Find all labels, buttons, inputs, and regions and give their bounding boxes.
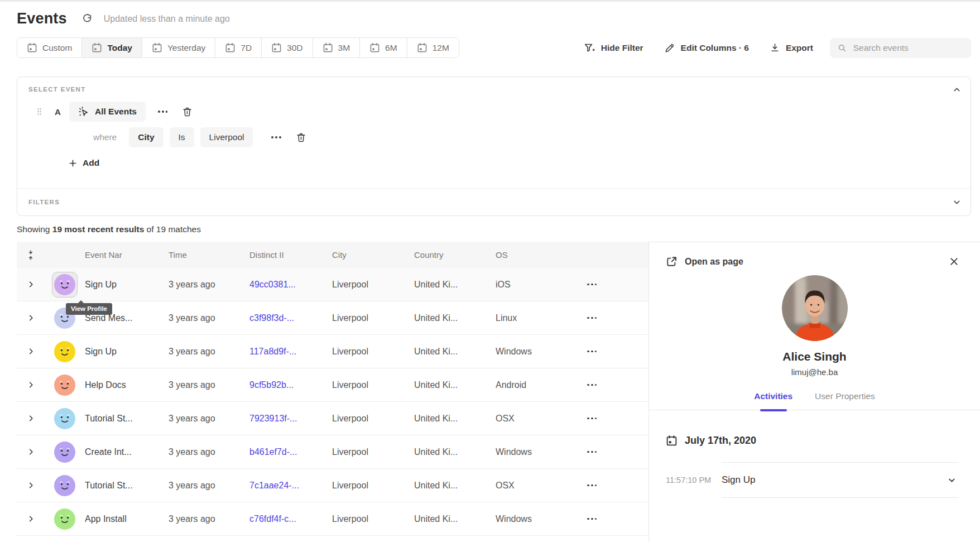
- user-avatar[interactable]: [54, 274, 75, 295]
- filters-section[interactable]: FILTERS: [17, 188, 971, 215]
- row-expand-button[interactable]: [27, 515, 35, 523]
- profile-tab-activities[interactable]: Activities: [753, 391, 794, 410]
- calendar-icon: [271, 42, 282, 53]
- distinct-id-link[interactable]: 7c1aae24-...: [249, 481, 332, 491]
- search-input[interactable]: [853, 43, 963, 53]
- row-expand-button[interactable]: [27, 481, 35, 490]
- filter-property-chip[interactable]: City: [129, 127, 163, 147]
- distinct-id-link[interactable]: 49cc0381...: [249, 280, 332, 290]
- user-avatar[interactable]: [54, 475, 75, 496]
- event-delete-button[interactable]: [182, 107, 193, 117]
- user-avatar[interactable]: [54, 408, 75, 429]
- drag-handle[interactable]: [36, 107, 42, 116]
- chevron-right-icon: [27, 414, 35, 423]
- calendar-icon: [369, 42, 380, 53]
- row-more-button[interactable]: [584, 314, 600, 323]
- edit-columns-button[interactable]: Edit Columns · 6: [665, 43, 749, 53]
- date-range-tab-yesterday[interactable]: Yesterday: [142, 38, 215, 57]
- calendar-icon: [225, 42, 236, 53]
- profile-photo: [782, 275, 848, 341]
- distinct-id-link[interactable]: c76fdf4f-c...: [249, 514, 332, 524]
- expand-filters-button[interactable]: [952, 198, 962, 207]
- activity-event-row[interactable]: 11:57:10 PM Sign Up: [649, 462, 980, 498]
- row-more-button[interactable]: [584, 381, 600, 390]
- calendar-icon: [152, 42, 162, 53]
- row-expand-button[interactable]: [27, 314, 35, 322]
- add-event-button[interactable]: Add: [69, 158, 99, 168]
- search-box[interactable]: [830, 38, 971, 58]
- table-row[interactable]: Help Docs 3 years ago 9cf5b92b... Liverp…: [17, 368, 648, 402]
- export-button[interactable]: Export: [770, 43, 813, 53]
- refresh-button[interactable]: [81, 13, 94, 25]
- close-panel-button[interactable]: [949, 257, 959, 266]
- distinct-id-link[interactable]: b461ef7d-...: [249, 447, 332, 457]
- user-avatar[interactable]: [54, 341, 75, 362]
- table-row[interactable]: Sign Up 3 years ago 117a8d9f-... Liverpo…: [17, 335, 648, 368]
- table-row[interactable]: App Install 3 years ago c76fdf4f-c... Li…: [17, 502, 648, 536]
- row-more-button[interactable]: [584, 448, 600, 457]
- date-range-tab-today[interactable]: Today: [81, 38, 142, 57]
- date-range-tab-6m[interactable]: 6M: [359, 38, 407, 57]
- row-expand-button[interactable]: [27, 414, 35, 423]
- query-builder-card: SELECT EVENT A All Events: [17, 76, 971, 216]
- filter-delete-button[interactable]: [296, 132, 306, 143]
- filter-operator-chip[interactable]: Is: [170, 127, 194, 147]
- calendar-icon: [323, 42, 333, 53]
- date-range-tab-12m[interactable]: 12M: [407, 38, 459, 57]
- filter-value-chip[interactable]: Liverpool: [200, 127, 253, 147]
- event-selector-chip[interactable]: All Events: [69, 102, 146, 122]
- user-avatar[interactable]: [54, 375, 75, 396]
- all-events-icon: [78, 106, 89, 117]
- chevron-right-icon: [27, 515, 35, 523]
- table-row[interactable]: Tutorial St... 3 years ago 7923913f-... …: [17, 402, 648, 435]
- date-range-tab-7d[interactable]: 7D: [215, 38, 261, 57]
- distinct-id-link[interactable]: c3f98f3d-...: [249, 313, 332, 323]
- date-range-tab-3m[interactable]: 3M: [313, 38, 360, 57]
- row-more-button[interactable]: [584, 280, 600, 289]
- column-header-time: Time: [169, 250, 249, 260]
- row-expand-button[interactable]: [27, 347, 35, 356]
- chevron-up-icon: [952, 85, 962, 94]
- event-name: Sign Up: [722, 474, 755, 486]
- table-row[interactable]: Sign Up 3 years ago 49cc0381... Liverpoo…: [17, 268, 648, 301]
- row-more-button[interactable]: [584, 481, 600, 490]
- calendar-icon: [92, 42, 102, 53]
- user-avatar[interactable]: [54, 509, 75, 530]
- calendar-icon: [666, 435, 678, 447]
- filters-label: FILTERS: [27, 199, 60, 205]
- external-link-icon: [666, 256, 678, 267]
- date-range-tab-custom[interactable]: Custom: [17, 38, 81, 57]
- filter-clause-row: where City Is Liverpool: [27, 127, 958, 147]
- page-header: Events Updated less than a minute ago: [0, 2, 980, 28]
- expand-event-button[interactable]: [947, 476, 957, 485]
- profile-tab-user-properties[interactable]: User Properties: [814, 391, 876, 410]
- row-expand-button[interactable]: [27, 381, 35, 389]
- row-expand-button[interactable]: [27, 448, 35, 456]
- date-range-tab-30d[interactable]: 30D: [261, 38, 312, 57]
- updated-status: Updated less than a minute ago: [104, 14, 230, 24]
- row-expand-button[interactable]: [27, 280, 35, 289]
- table-header-row: Event Nar Time Distinct II City Country …: [17, 242, 648, 268]
- event-clause-row: A All Events: [27, 102, 958, 122]
- distinct-id-link[interactable]: 9cf5b92b...: [249, 380, 332, 390]
- chevron-down-icon: [952, 198, 962, 207]
- user-avatar[interactable]: [54, 442, 75, 463]
- table-row[interactable]: Create Int... 3 years ago b461ef7d-... L…: [17, 435, 648, 469]
- chevron-right-icon: [27, 347, 35, 356]
- column-header-city: City: [332, 250, 414, 260]
- chevron-right-icon: [27, 481, 35, 490]
- open-as-page-button[interactable]: Open as page: [666, 256, 743, 267]
- collapse-section-button[interactable]: [952, 85, 962, 94]
- row-more-button[interactable]: [584, 347, 600, 356]
- filter-more-button[interactable]: [268, 133, 284, 142]
- table-row[interactable]: Tutorial St... 3 years ago 7c1aae24-... …: [17, 469, 648, 502]
- hide-filter-button[interactable]: Hide Filter: [584, 43, 643, 53]
- distinct-id-link[interactable]: 117a8d9f-...: [249, 347, 332, 357]
- row-more-button[interactable]: [584, 414, 600, 423]
- events-table: Event Nar Time Distinct II City Country …: [17, 242, 648, 542]
- distinct-id-link[interactable]: 7923913f-...: [249, 414, 332, 424]
- collapse-all-button[interactable]: [26, 250, 35, 261]
- select-event-label: SELECT EVENT: [27, 86, 958, 93]
- event-more-button[interactable]: [155, 107, 171, 116]
- row-more-button[interactable]: [584, 515, 600, 524]
